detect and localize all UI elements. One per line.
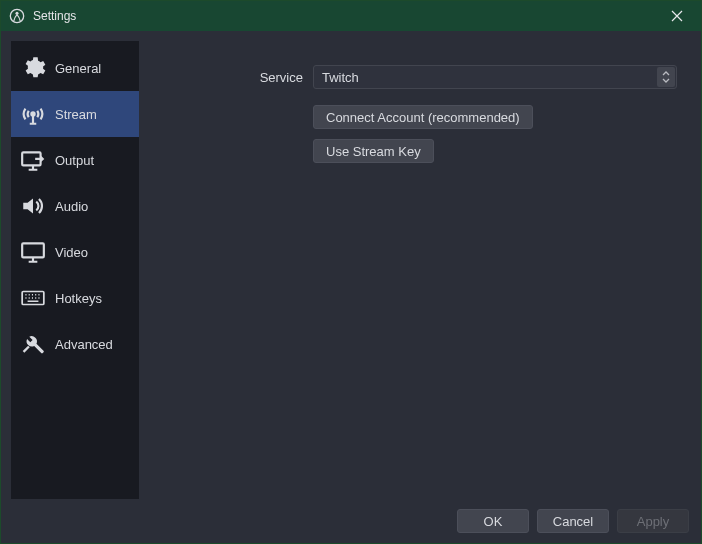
service-row: Service Twitch	[163, 65, 677, 89]
tools-icon	[19, 330, 47, 358]
sidebar: General Stream Output Audio Video	[11, 41, 139, 499]
sidebar-item-label: Hotkeys	[55, 291, 102, 306]
sidebar-item-hotkeys[interactable]: Hotkeys	[11, 275, 139, 321]
close-button[interactable]	[659, 2, 695, 30]
svg-point-0	[10, 9, 23, 22]
sidebar-item-video[interactable]: Video	[11, 229, 139, 275]
gear-icon	[19, 54, 47, 82]
sidebar-item-general[interactable]: General	[11, 45, 139, 91]
svg-rect-4	[22, 243, 44, 257]
titlebar-left: Settings	[9, 8, 76, 24]
apply-button: Apply	[617, 509, 689, 533]
sidebar-item-label: Stream	[55, 107, 97, 122]
content: General Stream Output Audio Video	[1, 31, 701, 499]
sidebar-item-label: General	[55, 61, 101, 76]
use-key-row: Use Stream Key	[163, 139, 677, 163]
service-value: Twitch	[322, 70, 359, 85]
antenna-icon	[19, 100, 47, 128]
keyboard-icon	[19, 284, 47, 312]
cancel-button[interactable]: Cancel	[537, 509, 609, 533]
sidebar-item-label: Audio	[55, 199, 88, 214]
titlebar: Settings	[1, 1, 701, 31]
use-stream-key-button[interactable]: Use Stream Key	[313, 139, 434, 163]
speaker-icon	[19, 192, 47, 220]
main-panel: Service Twitch Connect Account (recommen…	[139, 41, 691, 499]
footer: OK Cancel Apply	[1, 499, 701, 543]
service-select[interactable]: Twitch	[313, 65, 677, 89]
monitor-icon	[19, 238, 47, 266]
sidebar-item-advanced[interactable]: Advanced	[11, 321, 139, 367]
chevron-updown-icon	[657, 67, 675, 87]
service-label: Service	[163, 70, 303, 85]
window-title: Settings	[33, 9, 76, 23]
output-icon	[19, 146, 47, 174]
sidebar-item-output[interactable]: Output	[11, 137, 139, 183]
connect-row: Connect Account (recommended)	[163, 105, 677, 129]
sidebar-item-stream[interactable]: Stream	[11, 91, 139, 137]
sidebar-item-label: Video	[55, 245, 88, 260]
sidebar-item-audio[interactable]: Audio	[11, 183, 139, 229]
connect-account-button[interactable]: Connect Account (recommended)	[313, 105, 533, 129]
app-icon	[9, 8, 25, 24]
sidebar-item-label: Advanced	[55, 337, 113, 352]
sidebar-item-label: Output	[55, 153, 94, 168]
ok-button[interactable]: OK	[457, 509, 529, 533]
